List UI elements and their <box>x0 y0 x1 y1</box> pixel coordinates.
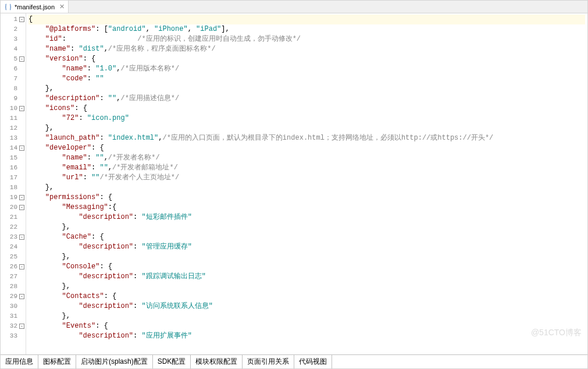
bottom-tab[interactable]: 代码视图 <box>294 355 332 368</box>
gutter-line: 11 <box>1 113 26 123</box>
line-number: 2 <box>5 24 17 34</box>
gutter-line: 24 <box>1 242 26 252</box>
gutter-line: 22 <box>1 222 26 232</box>
gutter-line: 21 <box>1 212 26 222</box>
code-line[interactable]: "Console": { <box>28 262 585 272</box>
line-number: 1 <box>5 15 17 24</box>
code-line[interactable]: }, <box>28 183 585 193</box>
code-line[interactable]: "description": "",/*应用描述信息*/ <box>28 94 585 104</box>
fold-toggle-icon[interactable]: - <box>19 17 24 22</box>
line-number: 7 <box>5 74 17 84</box>
gutter-line: 13 <box>1 133 26 143</box>
code-editor[interactable]: 1-2345-678910-11121314-1516171819-20-212… <box>1 13 587 354</box>
line-number: 29 <box>5 292 17 301</box>
fold-toggle-icon[interactable]: - <box>19 205 24 210</box>
code-line[interactable]: "description": "跟踪调试输出日志" <box>28 272 585 282</box>
fold-toggle-icon[interactable]: - <box>19 264 24 269</box>
gutter-line: 29- <box>1 292 26 301</box>
gutter-line: 30 <box>1 301 26 311</box>
gutter-line: 26- <box>1 262 26 272</box>
bottom-tab[interactable]: 应用信息 <box>1 355 38 368</box>
code-line[interactable]: "permissions": { <box>28 193 585 203</box>
gutter-line: 1- <box>1 15 26 24</box>
gutter-line: 33 <box>1 331 26 341</box>
gutter-line: 3 <box>1 34 26 44</box>
line-number: 17 <box>5 173 17 183</box>
code-line[interactable]: { <box>28 15 585 24</box>
code-line[interactable]: "url": ""/*开发者个人主页地址*/ <box>28 173 585 183</box>
bottom-tab[interactable]: SDK配置 <box>153 355 191 368</box>
line-number: 25 <box>5 252 17 262</box>
code-line[interactable]: "Cache": { <box>28 232 585 242</box>
code-line[interactable]: }, <box>28 222 585 232</box>
gutter-line: 31 <box>1 311 26 321</box>
fold-toggle-icon[interactable]: - <box>19 56 24 62</box>
gutter-line: 25 <box>1 252 26 262</box>
code-line[interactable]: "72": "icon.png" <box>28 113 585 123</box>
code-line[interactable]: "name": "",/*开发者名称*/ <box>28 153 585 163</box>
code-line[interactable]: "code": "" <box>28 74 585 84</box>
code-line[interactable]: "launch_path": "index.html",/*应用的入口页面，默认… <box>28 133 585 143</box>
code-line[interactable]: }, <box>28 311 585 321</box>
line-number: 31 <box>5 311 17 321</box>
bottom-tab[interactable]: 图标配置 <box>38 355 76 368</box>
gutter-line: 4 <box>1 44 26 54</box>
code-line[interactable]: "Contacts": { <box>28 292 585 301</box>
gutter-line: 12 <box>1 123 26 133</box>
line-number: 16 <box>5 163 17 173</box>
gutter-line: 27 <box>1 272 26 282</box>
gutter-line: 18 <box>1 183 26 193</box>
code-line[interactable]: "description": "访问系统联系人信息" <box>28 301 585 311</box>
code-line[interactable]: "description": "短彩邮件插件" <box>28 212 585 222</box>
gutter-line: 7 <box>1 74 26 84</box>
json-file-icon <box>4 3 12 11</box>
line-number: 30 <box>5 301 17 311</box>
line-number: 13 <box>5 133 17 143</box>
code-line[interactable]: "icons": { <box>28 104 585 113</box>
code-line[interactable]: }, <box>28 84 585 94</box>
gutter-line: 19- <box>1 193 26 203</box>
tab-title: *manifest.json <box>15 3 55 10</box>
gutter-line: 23- <box>1 232 26 242</box>
gutter-line: 5- <box>1 54 26 64</box>
gutter-line: 17 <box>1 173 26 183</box>
line-number: 12 <box>5 123 17 133</box>
line-number: 11 <box>5 113 17 123</box>
code-line[interactable]: "@platforms": ["android", "iPhone", "iPa… <box>28 24 585 34</box>
bottom-tab[interactable]: 页面引用关系 <box>243 355 294 368</box>
code-line[interactable]: "name": "dist",/*应用名称，程序桌面图标名称*/ <box>28 44 585 54</box>
fold-toggle-icon[interactable]: - <box>19 146 24 151</box>
code-line[interactable]: "description": "管理应用缓存" <box>28 242 585 252</box>
fold-toggle-icon[interactable]: - <box>19 195 24 200</box>
gutter-line: 9 <box>1 94 26 104</box>
code-line[interactable]: "description": "应用扩展事件" <box>28 331 585 341</box>
code-line[interactable]: "name": "1.0",/*应用版本名称*/ <box>28 64 585 74</box>
line-number: 14 <box>5 143 17 153</box>
code-line[interactable]: }, <box>28 282 585 292</box>
fold-toggle-icon[interactable]: - <box>19 106 24 111</box>
bottom-tab[interactable]: 启动图片(splash)配置 <box>76 355 153 368</box>
line-number: 22 <box>5 222 17 232</box>
editor-tab-bar: *manifest.json ✕ <box>1 1 587 13</box>
line-number: 4 <box>5 44 17 54</box>
code-line[interactable]: "Messaging":{ <box>28 203 585 212</box>
code-line[interactable]: "id": /*应用的标识，创建应用时自动生成，勿手动修改*/ <box>28 34 585 44</box>
fold-toggle-icon[interactable]: - <box>19 235 24 240</box>
bottom-tab[interactable]: 模块权限配置 <box>191 355 243 368</box>
close-icon[interactable]: ✕ <box>59 3 65 10</box>
line-number: 9 <box>5 94 17 104</box>
line-number: 28 <box>5 282 17 292</box>
code-content[interactable]: { "@platforms": ["android", "iPhone", "i… <box>26 13 587 354</box>
fold-toggle-icon[interactable]: - <box>19 294 24 299</box>
fold-toggle-icon[interactable]: - <box>19 324 24 329</box>
code-line[interactable]: "version": { <box>28 54 585 64</box>
code-line[interactable]: }, <box>28 123 585 133</box>
code-line[interactable]: "developer": { <box>28 143 585 153</box>
gutter-line: 16 <box>1 163 26 173</box>
code-line[interactable]: "Events": { <box>28 321 585 331</box>
gutter-line: 2 <box>1 24 26 34</box>
gutter-line: 14- <box>1 143 26 153</box>
editor-tab[interactable]: *manifest.json ✕ <box>1 1 69 13</box>
code-line[interactable]: "email": "",/*开发者邮箱地址*/ <box>28 163 585 173</box>
code-line[interactable]: }, <box>28 252 585 262</box>
